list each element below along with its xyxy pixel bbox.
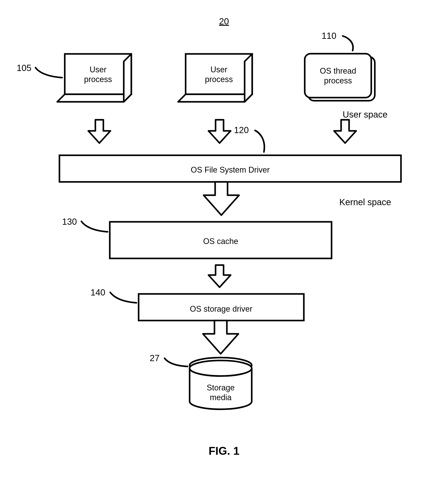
leader-line-140 <box>110 292 136 303</box>
svg-rect-3 <box>305 54 371 98</box>
leader-line-110 <box>343 36 353 51</box>
ref-27: 27 <box>150 353 160 363</box>
kernel-space-label: Kernel space <box>339 197 391 207</box>
down-arrow-icon <box>208 265 231 287</box>
leader-line-130 <box>81 221 108 232</box>
ref-130: 130 <box>62 217 77 226</box>
svg-rect-0 <box>65 54 131 94</box>
svg-rect-1 <box>186 54 252 94</box>
storage-media-label-line2: media <box>210 393 232 402</box>
leader-line-120 <box>255 130 264 152</box>
storage-media-label-line1: Storage <box>207 383 235 392</box>
leader-line-105 <box>35 68 62 78</box>
ref-120: 120 <box>234 125 249 135</box>
ref-110: 110 <box>322 31 336 41</box>
diagram-ref-number: 20 <box>219 16 229 26</box>
user-process-2-label-line1: User <box>211 65 227 74</box>
os-thread-process-box: OS thread process <box>305 54 375 101</box>
figure-label: FIG. 1 <box>209 445 240 457</box>
user-process-2-label-line2: process <box>205 75 233 84</box>
user-process-box-1: User process <box>57 54 131 102</box>
down-arrow-icon <box>208 120 231 143</box>
ref-140: 140 <box>91 287 105 297</box>
user-process-1-label-line1: User <box>90 65 106 74</box>
user-process-box-2: User process <box>178 54 252 102</box>
leader-line-27 <box>164 358 188 367</box>
os-thread-label-line2: process <box>324 76 352 85</box>
os-cache-label: OS cache <box>203 237 238 246</box>
ref-105: 105 <box>17 63 31 73</box>
svg-point-5 <box>190 360 252 376</box>
diagram-root: 20 User process 105 User process OS thre… <box>0 0 448 492</box>
down-arrow-icon <box>88 120 111 143</box>
storage-media-cylinder: Storage media <box>190 358 252 409</box>
down-arrow-icon <box>334 120 356 143</box>
storage-driver-label: OS storage driver <box>190 304 252 313</box>
down-arrow-large-icon <box>204 182 239 215</box>
os-thread-label-line1: OS thread <box>320 66 356 75</box>
down-arrow-large-icon <box>203 320 238 354</box>
user-space-label: User space <box>343 110 387 119</box>
user-process-1-label-line2: process <box>84 75 112 84</box>
fs-driver-label: OS File System Driver <box>191 165 270 174</box>
